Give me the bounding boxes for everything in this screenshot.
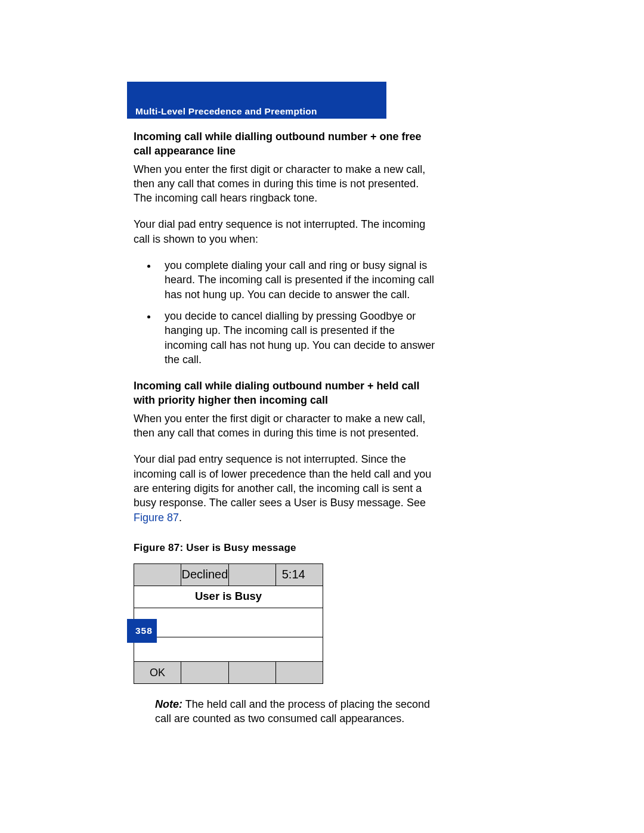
display-cell-empty: [228, 563, 275, 586]
phone-display-figure: Declined 5:14 User is Busy OK: [134, 563, 323, 684]
paragraph: When you enter the first digit or charac…: [134, 411, 438, 441]
softkey-ok: OK: [134, 661, 181, 683]
note-text: The held call and the process of placing…: [155, 698, 430, 724]
figure-link[interactable]: Figure 87: [134, 512, 179, 524]
display-blank-row: [134, 637, 323, 661]
display-time: 5:14: [275, 563, 323, 586]
section-header: Multi-Level Precedence and Preemption: [135, 106, 317, 118]
list-item: you complete dialing your call and ring …: [157, 258, 438, 302]
display-message: User is Busy: [134, 586, 323, 608]
note-label: Note:: [155, 698, 182, 710]
subsection-heading-2: Incoming call while dialing outbound num…: [134, 379, 438, 408]
paragraph: When you enter the first digit or charac…: [134, 162, 438, 206]
subsection-heading-1: Incoming call while dialling outbound nu…: [134, 129, 438, 159]
list-item: you decide to cancel dialling by pressin…: [157, 309, 438, 367]
softkey-empty: [181, 661, 228, 683]
bullet-list: you complete dialing your call and ring …: [134, 258, 438, 367]
paragraph: Your dial pad entry sequence is not inte…: [134, 452, 438, 524]
softkey-empty: [228, 661, 275, 683]
paragraph-text: Your dial pad entry sequence is not inte…: [134, 453, 431, 509]
body-content: Incoming call while dialling outbound nu…: [134, 129, 438, 726]
document-page: Multi-Level Precedence and Preemption In…: [0, 0, 644, 833]
softkey-empty: [275, 661, 323, 683]
page-number: 358: [135, 625, 153, 637]
paragraph: Your dial pad entry sequence is not inte…: [134, 217, 438, 246]
paragraph-text: .: [179, 512, 182, 524]
figure-caption: Figure 87: User is Busy message: [134, 541, 438, 555]
note-block: Note: The held call and the process of p…: [155, 697, 438, 726]
display-status: Declined: [181, 563, 228, 586]
display-cell-empty: [134, 563, 181, 586]
display-blank-row: [134, 608, 323, 637]
